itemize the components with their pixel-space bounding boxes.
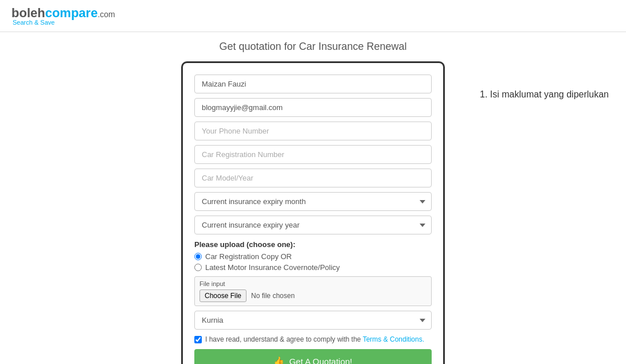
terms-row: I have read, understand & agree to compl… [194,335,432,343]
file-input-row: Choose File No file chosen [199,289,427,302]
insurance-policy-radio[interactable] [194,264,202,271]
insurance-policy-option[interactable]: Latest Motor Insurance Covernote/Policy [194,263,432,272]
car-reg-copy-radio[interactable] [194,253,202,260]
expiry-month-select[interactable]: Current insurance expiry month January F… [194,192,432,211]
car-reg-copy-label: Car Registration Copy OR [205,252,292,261]
expiry-month-field-wrapper: Current insurance expiry month January F… [194,192,432,211]
submit-icon: 👍 [273,356,284,364]
terms-link[interactable]: Terms & Conditions. [363,335,424,343]
terms-text: I have read, understand & agree to compl… [205,335,424,343]
choose-file-button[interactable]: Choose File [199,289,247,302]
upload-section: Please upload (choose one): Car Registra… [194,240,432,272]
header: bolehcompare.com Search & Save [0,0,626,32]
insurance-policy-label: Latest Motor Insurance Covernote/Policy [205,263,340,272]
form-card: Current insurance expiry month January F… [181,61,445,364]
submit-button[interactable]: 👍 Get A Quotation! [194,349,432,364]
phone-field-wrapper [194,122,432,140]
car-reg-copy-option[interactable]: Car Registration Copy OR [194,252,432,261]
logo-sub: Search & Save [13,19,115,26]
form-title: Get quotation for Car Insurance Renewal [181,41,445,53]
form-container: Get quotation for Car Insurance Renewal [181,41,445,364]
file-input-section: File input Choose File No file chosen [194,276,432,306]
insurance-company-select[interactable]: Kurnia AIG Allianz AmAssurance MSIG Taka… [194,311,432,330]
car-reg-field-wrapper [194,145,432,164]
logo-com: .com [97,10,115,19]
car-reg-input[interactable] [194,145,432,164]
car-model-field-wrapper [194,169,432,187]
logo-boleh: boleh [11,6,45,20]
name-input[interactable] [194,75,432,93]
upload-label: Please upload (choose one): [194,240,432,249]
name-field-wrapper [194,75,432,93]
email-input[interactable] [194,98,432,117]
phone-input[interactable] [194,122,432,140]
file-name-text: No file chosen [251,292,295,300]
instruction-1: 1. Isi maklumat yang diperlukan [480,89,609,100]
terms-checkbox[interactable] [194,336,202,343]
logo: bolehcompare.com Search & Save [11,6,115,26]
insurance-select-row: Kurnia AIG Allianz AmAssurance MSIG Taka… [194,311,432,330]
car-model-input[interactable] [194,169,432,187]
file-input-label: File input [199,280,427,287]
email-field-wrapper [194,98,432,117]
expiry-year-select[interactable]: Current insurance expiry year 2014 2015 … [194,216,432,234]
submit-label: Get A Quotation! [289,357,352,365]
expiry-year-field-wrapper: Current insurance expiry year 2014 2015 … [194,216,432,234]
logo-compare: compare [45,6,98,20]
